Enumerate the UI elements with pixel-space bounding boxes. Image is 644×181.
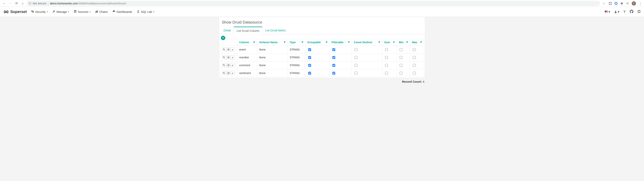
delete-button[interactable]: [231, 71, 235, 75]
crop-icon[interactable]: [609, 2, 612, 5]
filterable-checkbox[interactable]: [332, 72, 335, 75]
tab-list-druid-metric[interactable]: List Druid Metric: [262, 27, 289, 34]
sum-checkbox[interactable]: [385, 56, 388, 59]
pencil-icon: [232, 64, 234, 66]
filterable-checkbox[interactable]: [332, 64, 335, 67]
nav-right: ▾ ▾ V: [605, 10, 640, 14]
table-row: commentNoneSTRING: [220, 61, 424, 69]
cell-groupable: [305, 54, 330, 61]
nav-security[interactable]: Security ▾: [31, 9, 48, 15]
col-header-sum[interactable]: Sum⇵: [382, 39, 397, 46]
back-button[interactable]: ←: [2, 1, 6, 6]
min-checkbox[interactable]: [400, 48, 402, 51]
cell-sum: [382, 69, 397, 77]
edit-button[interactable]: [226, 71, 230, 75]
cell-column: sentiment: [237, 69, 257, 77]
svg-point-16: [223, 64, 224, 66]
max-checkbox[interactable]: [413, 56, 416, 59]
count_distinct-checkbox[interactable]: [354, 48, 358, 51]
edit-button[interactable]: [226, 47, 230, 52]
druid-column-table: Column⇵ Verbose Name⇵ Type⇵ Groupable⇵ F…: [220, 39, 424, 77]
star-icon[interactable]: ☆: [602, 1, 606, 6]
max-checkbox[interactable]: [413, 72, 416, 75]
col-header-min[interactable]: Min⇵: [397, 39, 410, 46]
nav-dashboards[interactable]: Dashboards: [112, 9, 132, 14]
delete-button[interactable]: [231, 47, 235, 52]
add-button[interactable]: +: [221, 36, 225, 40]
reload-button[interactable]: ⟳: [14, 1, 19, 6]
groupable-checkbox[interactable]: [308, 56, 311, 59]
edit-icon: [227, 48, 230, 51]
docs-link[interactable]: [638, 10, 640, 14]
col-header-max[interactable]: Max⇵: [410, 39, 424, 46]
cell-type: STRING: [288, 69, 305, 77]
nav-charts[interactable]: Charts: [95, 9, 108, 14]
max-checkbox[interactable]: [413, 64, 416, 67]
language-flag[interactable]: ▾: [605, 10, 610, 13]
actions-cell: [220, 61, 237, 69]
col-header-groupable[interactable]: Groupable⇵: [305, 39, 330, 46]
chevron-down-icon: ▾: [68, 11, 69, 13]
svg-rect-10: [97, 10, 98, 13]
nav-manage[interactable]: Manage ▾: [52, 9, 70, 14]
menu-kebab-icon[interactable]: ⋮: [639, 1, 642, 5]
table-row: sentimentNoneSTRING: [220, 69, 424, 77]
min-checkbox[interactable]: [400, 72, 402, 75]
col-header-filterable[interactable]: Filterable⇵: [330, 39, 352, 46]
cell-filterable: [330, 54, 352, 61]
col-header-type[interactable]: Type⇵: [288, 39, 305, 46]
tab-detail[interactable]: Detail: [220, 27, 234, 34]
sort-icon: ⇵: [253, 41, 255, 43]
delete-button[interactable]: [231, 63, 235, 67]
cell-groupable: [305, 46, 330, 54]
version-link[interactable]: V: [624, 10, 626, 14]
show-button[interactable]: [222, 71, 226, 75]
svg-point-0: [615, 2, 617, 4]
count_distinct-checkbox[interactable]: [354, 72, 358, 75]
user-menu[interactable]: ▾: [614, 10, 619, 13]
sum-checkbox[interactable]: [385, 48, 388, 51]
min-checkbox[interactable]: [400, 56, 402, 59]
col-header-column[interactable]: Column⇵: [237, 39, 257, 46]
flag-us-icon: [605, 11, 608, 13]
tab-list-druid-column[interactable]: List Druid Column: [234, 27, 262, 34]
min-checkbox[interactable]: [400, 64, 402, 67]
ext-circle-blue-icon[interactable]: [614, 2, 618, 5]
count_distinct-checkbox[interactable]: [354, 56, 358, 59]
cell-verbose: None: [257, 46, 288, 54]
count_distinct-checkbox[interactable]: [354, 64, 358, 67]
table-row: memberNoneSTRING: [220, 54, 424, 61]
ext-dot-grey-icon[interactable]: [626, 2, 629, 5]
brand[interactable]: Superset: [4, 9, 27, 14]
edit-button[interactable]: [226, 63, 230, 67]
nav-sources[interactable]: Sources ▾: [73, 9, 91, 14]
search-icon: [223, 64, 225, 66]
address-bar[interactable]: ⓘ Not Secure | demo.hortonworks.com:9088…: [26, 1, 600, 6]
forward-button[interactable]: →: [8, 1, 13, 6]
chevron-down-icon: ▾: [153, 11, 154, 13]
show-button[interactable]: [222, 47, 226, 52]
nav-sql-lab[interactable]: SQL Lab ▾: [136, 9, 155, 14]
max-checkbox[interactable]: [413, 48, 416, 51]
sum-checkbox[interactable]: [385, 64, 388, 67]
groupable-checkbox[interactable]: [308, 64, 311, 67]
edit-button[interactable]: [226, 55, 230, 59]
filterable-checkbox[interactable]: [332, 56, 335, 59]
show-button[interactable]: [222, 63, 226, 67]
cell-sum: [382, 61, 397, 69]
col-header-verbose[interactable]: Verbose Name⇵: [257, 39, 288, 46]
profile-avatar[interactable]: C: [632, 1, 636, 5]
home-button[interactable]: ⌂: [20, 1, 25, 6]
sum-checkbox[interactable]: [385, 72, 388, 75]
groupable-checkbox[interactable]: [308, 48, 311, 51]
actions-cell: [220, 69, 237, 77]
col-header-count-distinct[interactable]: Count Distinct⇵: [352, 39, 382, 46]
cell-type: STRING: [288, 61, 305, 69]
groupable-checkbox[interactable]: [308, 72, 311, 75]
show-button[interactable]: [222, 55, 226, 59]
filterable-checkbox[interactable]: [332, 48, 335, 51]
nav-label: Security: [35, 10, 46, 13]
ext-dot-purple-icon[interactable]: [620, 2, 623, 5]
github-link[interactable]: [630, 10, 633, 14]
delete-button[interactable]: [231, 55, 235, 59]
